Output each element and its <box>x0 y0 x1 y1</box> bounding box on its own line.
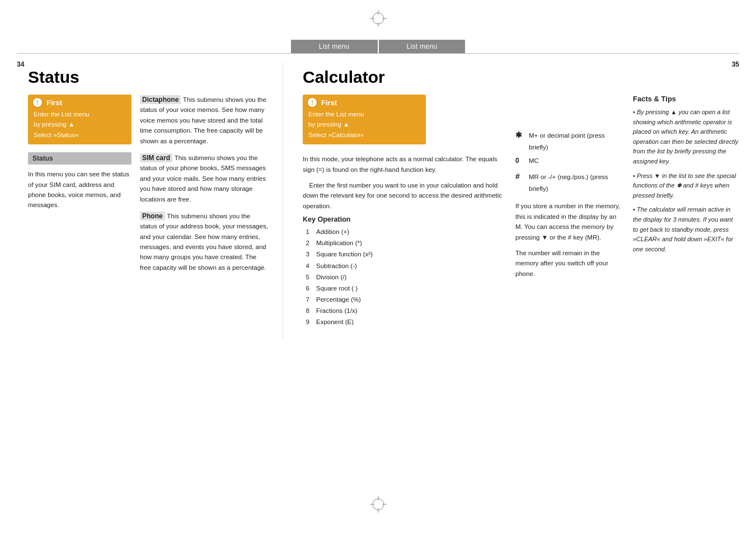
key-op-num: 6 <box>303 283 309 294</box>
key-op-desc: Division (/) <box>316 271 346 283</box>
calc-first-label: First <box>321 99 337 107</box>
key-op-num: 9 <box>303 316 309 327</box>
calculator-first-box: ! First Enter the List menu by pressing … <box>303 95 426 144</box>
calc-first-line1: Enter the List menu <box>308 109 420 119</box>
key-op-row: 7Percentage (%) <box>303 294 504 305</box>
key-op-desc: Square root ( ) <box>316 283 358 294</box>
page-num-right: 35 <box>732 60 739 68</box>
first-box-line2: by pressing ▲ <box>34 119 126 129</box>
key-op-desc: Addition (+) <box>316 226 349 237</box>
memory-para: If you store a number in the memory, thi… <box>515 201 622 242</box>
key-op-num: 4 <box>303 260 309 271</box>
key-op-title: Key Operation <box>303 216 504 223</box>
key-op-row: 2Multiplication (*) <box>303 237 504 249</box>
key-op-row: 1Addition (+) <box>303 226 504 237</box>
header-tab-left: List menu <box>291 40 378 53</box>
calc-first-line2: by pressing ▲ <box>308 119 420 129</box>
sym-star: ✱ <box>515 128 524 142</box>
crosshair-top <box>370 10 387 27</box>
key-op-row: 9Exponent (E) <box>303 316 504 327</box>
key-op-num: 5 <box>303 271 309 283</box>
key-op-num: 8 <box>303 305 309 316</box>
phone-label: Phone <box>140 212 165 221</box>
key-op-desc: Multiplication (*) <box>316 237 362 249</box>
key-op-num: 7 <box>303 294 309 305</box>
key-op-desc: Subtraction (-) <box>316 260 357 271</box>
key-op-desc: Square function (x²) <box>316 249 373 260</box>
calc-exclamation-icon: ! <box>307 97 317 107</box>
crosshair-bottom <box>370 496 387 514</box>
sym-zero: 0 <box>515 155 524 167</box>
key-op-row: 3Square function (x²) <box>303 249 504 260</box>
right-page: Calculator ! First Enter the List menu b… <box>286 62 756 339</box>
sym-zero-text: MC <box>529 155 539 167</box>
sym-hash-text: MR or -/+ (neg./pos.) (press briefly) <box>529 171 622 194</box>
status-title: Status <box>28 68 269 87</box>
status-subsection-header: Status <box>28 152 132 165</box>
phone-text: This submenu shows you the status of you… <box>140 213 268 271</box>
key-op-desc: Exponent (E) <box>316 316 354 327</box>
status-para: In this menu you can see the status of y… <box>28 169 132 210</box>
facts-tips-title: Facts & Tips <box>633 95 739 103</box>
first-box-line3: Select »Status« <box>34 130 126 140</box>
key-op-desc: Percentage (%) <box>316 294 361 305</box>
calc-intro-para: In this mode, your telephone acts as a n… <box>303 154 504 175</box>
calculator-title: Calculator <box>303 68 739 87</box>
key-op-row: 4Subtraction (-) <box>303 260 504 271</box>
exclamation-icon: ! <box>32 97 43 107</box>
key-op-num: 2 <box>303 237 309 249</box>
dictaphone-label: Dictaphone <box>140 95 181 104</box>
page-num-left: 34 <box>17 60 24 68</box>
first-label: First <box>46 99 62 107</box>
left-page: Status ! First Enter the List menu by pr… <box>0 62 280 339</box>
facts-tip-3: The calculator will remain active in the… <box>633 206 733 252</box>
remain-para: The number will remain in the memory aft… <box>515 248 622 279</box>
key-op-row: 8Fractions (1/x) <box>303 305 504 316</box>
header-tab-right: List menu <box>379 40 466 53</box>
simcard-label: SIM card <box>140 153 172 162</box>
sym-star-text: M+ or decimal point (press briefly) <box>529 130 622 153</box>
facts-tip-1: By pressing ▲ you can open a list showin… <box>633 109 738 165</box>
key-op-row: 6Square root ( ) <box>303 283 504 294</box>
calc-first-line3: Select »Calculator« <box>308 130 420 140</box>
key-op-desc: Fractions (1/x) <box>316 305 358 316</box>
facts-tip-2: Press ▼ in the list to see the special f… <box>633 172 736 199</box>
symbol-list: ✱ M+ or decimal point (press briefly) 0 … <box>515 128 622 194</box>
calc-intro-para2: Enter the first number you want to use i… <box>303 180 504 211</box>
first-box-line1: Enter the List menu <box>34 109 126 119</box>
key-op-row: 5Division (/) <box>303 271 504 283</box>
key-op-table: 1Addition (+)2Multiplication (*)3Square … <box>303 226 504 327</box>
status-first-box: ! First Enter the List menu by pressing … <box>28 95 132 144</box>
key-op-num: 3 <box>303 249 309 260</box>
sym-hash: # <box>515 170 524 184</box>
facts-tips-content: • By pressing ▲ you can open a list show… <box>633 107 739 254</box>
key-op-num: 1 <box>303 226 309 237</box>
